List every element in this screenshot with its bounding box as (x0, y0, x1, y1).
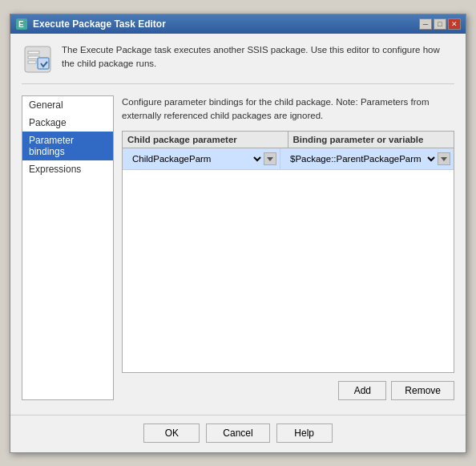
right-panel: Configure parameter bindings for the chi… (122, 95, 454, 400)
table-header: Child package parameter Binding paramete… (123, 132, 454, 148)
svg-rect-3 (28, 51, 39, 54)
col-header-binding-param: Binding parameter or variable (288, 132, 454, 148)
bottom-buttons: Add Remove (122, 381, 454, 400)
child-param-dropdown-arrow[interactable] (264, 152, 276, 165)
bindings-table: Child package parameter Binding paramete… (122, 131, 454, 373)
left-nav: General Package Parameter bindings Expre… (22, 95, 114, 400)
close-button[interactable]: ✕ (448, 18, 461, 30)
nav-item-parameter-bindings[interactable]: Parameter bindings (22, 132, 113, 160)
binding-param-dropdown-arrow[interactable] (438, 152, 450, 165)
titlebar: E Execute Package Task Editor ─ □ ✕ (10, 14, 466, 34)
nav-item-expressions[interactable]: Expressions (22, 160, 113, 178)
window-icon: E (15, 18, 28, 30)
nav-item-general[interactable]: General (22, 96, 113, 114)
child-param-select[interactable]: ChildPackageParm (126, 150, 264, 168)
main-area: General Package Parameter bindings Expre… (22, 95, 454, 400)
remove-button[interactable]: Remove (391, 381, 454, 400)
svg-text:E: E (18, 20, 24, 29)
window-title: Execute Package Task Editor (33, 18, 166, 30)
add-button[interactable]: Add (338, 381, 386, 400)
titlebar-controls: ─ □ ✕ (419, 18, 461, 30)
table-row: ChildPackageParm $Package::ParentPackage… (123, 148, 454, 170)
header-description: The Execute Package task executes anothe… (62, 43, 454, 71)
binding-param-select[interactable]: $Package::ParentPackageParm (284, 150, 438, 168)
cancel-button[interactable]: Cancel (206, 423, 269, 443)
panel-description: Configure parameter bindings for the chi… (122, 95, 454, 124)
ok-button[interactable]: OK (143, 423, 200, 443)
titlebar-left: E Execute Package Task Editor (15, 18, 166, 30)
header-section: The Execute Package task executes anothe… (22, 43, 454, 84)
minimize-button[interactable]: ─ (419, 18, 432, 30)
task-svg-icon (23, 45, 52, 74)
footer-buttons: OK Cancel Help (10, 415, 466, 452)
binding-param-cell: $Package::ParentPackageParm (280, 148, 454, 169)
main-window: E Execute Package Task Editor ─ □ ✕ (10, 14, 466, 453)
nav-item-package[interactable]: Package (22, 114, 113, 132)
help-button[interactable]: Help (276, 423, 333, 443)
task-icon (22, 43, 54, 75)
child-param-cell: ChildPackageParm (123, 148, 280, 169)
svg-rect-5 (28, 61, 36, 63)
content-area: The Execute Package task executes anothe… (10, 34, 466, 410)
maximize-button[interactable]: □ (434, 18, 446, 30)
col-header-child-param: Child package parameter (123, 132, 288, 148)
